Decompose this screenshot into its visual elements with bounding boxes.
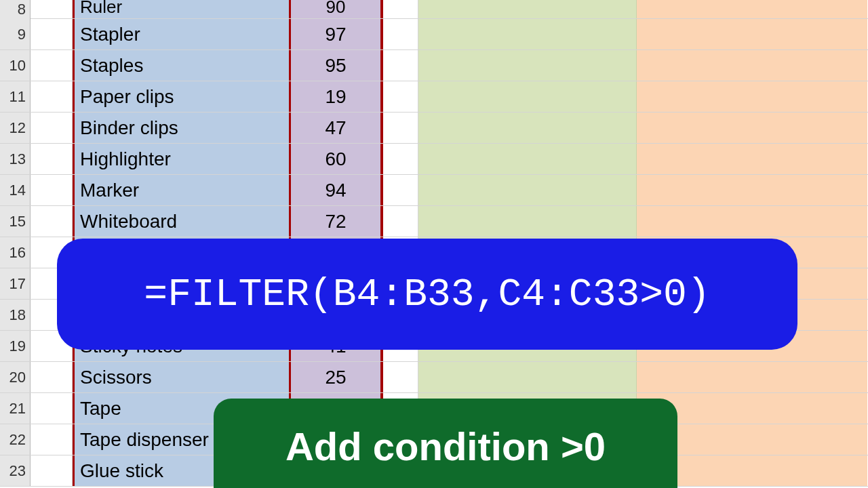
row-header[interactable]: 23 (0, 455, 31, 486)
row-header[interactable]: 17 (0, 268, 31, 299)
row-header[interactable]: 19 (0, 331, 31, 361)
cell-qty[interactable]: 97 (291, 19, 383, 49)
cell-item[interactable]: Ruler (73, 0, 291, 18)
cell-item[interactable]: Paper clips (73, 81, 291, 112)
row-header[interactable]: 16 (0, 237, 31, 268)
cell-item[interactable]: Stapler (73, 19, 291, 49)
cell-col-e[interactable] (418, 206, 637, 237)
cell-col-a[interactable] (31, 50, 73, 81)
row-header[interactable]: 20 (0, 362, 31, 392)
cell-item[interactable]: Binder clips (73, 113, 291, 143)
cell-col-d[interactable] (383, 362, 418, 392)
cell-col-d[interactable] (383, 113, 418, 143)
row-header[interactable]: 9 (0, 19, 31, 49)
cell-col-a[interactable] (31, 455, 73, 486)
cell-col-d[interactable] (383, 206, 418, 237)
table-row[interactable]: 14Marker94 (0, 175, 868, 206)
cell-item[interactable]: Whiteboard (73, 206, 291, 237)
table-row[interactable]: 9Stapler97 (0, 19, 868, 50)
table-row[interactable]: 13Highlighter60 (0, 144, 868, 175)
cell-col-e[interactable] (418, 362, 637, 392)
cell-col-a[interactable] (31, 144, 73, 174)
cell-col-e[interactable] (418, 50, 637, 81)
cell-col-e[interactable] (418, 19, 637, 49)
cell-col-d[interactable] (383, 0, 418, 18)
cell-col-e[interactable] (418, 0, 637, 18)
cell-qty[interactable]: 95 (291, 50, 383, 81)
cell-qty[interactable]: 90 (291, 0, 383, 18)
cell-qty[interactable]: 72 (291, 206, 383, 237)
cell-col-e[interactable] (418, 113, 637, 143)
cell-item[interactable]: Staples (73, 50, 291, 81)
cell-col-a[interactable] (31, 0, 73, 18)
formula-overlay: =FILTER(B4:B33,C4:C33>0) (57, 239, 797, 350)
cell-col-a[interactable] (31, 175, 73, 205)
cell-qty[interactable]: 25 (291, 362, 383, 392)
cell-col-f[interactable] (637, 0, 867, 18)
cell-col-f[interactable] (637, 144, 867, 174)
row-header[interactable]: 8 (0, 0, 31, 19)
cell-col-d[interactable] (383, 19, 418, 49)
table-row[interactable]: 10Staples95 (0, 50, 868, 81)
table-row[interactable]: 12Binder clips47 (0, 113, 868, 144)
cell-col-d[interactable] (383, 144, 418, 174)
cell-col-e[interactable] (418, 175, 637, 205)
formula-text: =FILTER(B4:B33,C4:C33>0) (144, 272, 710, 317)
cell-qty[interactable]: 19 (291, 81, 383, 112)
cell-col-f[interactable] (637, 175, 867, 205)
cell-col-a[interactable] (31, 393, 73, 424)
tip-text: Add condition >0 (285, 424, 606, 469)
cell-col-a[interactable] (31, 81, 73, 112)
cell-item[interactable]: Marker (73, 175, 291, 205)
cell-col-a[interactable] (31, 19, 73, 49)
row-header[interactable]: 21 (0, 393, 31, 424)
cell-col-d[interactable] (383, 50, 418, 81)
cell-item[interactable]: Scissors (73, 362, 291, 392)
cell-qty[interactable]: 47 (291, 113, 383, 143)
cell-col-d[interactable] (383, 175, 418, 205)
cell-qty[interactable]: 94 (291, 175, 383, 205)
row-header[interactable]: 12 (0, 113, 31, 143)
cell-qty[interactable]: 60 (291, 144, 383, 174)
cell-col-a[interactable] (31, 206, 73, 237)
cell-col-f[interactable] (637, 50, 867, 81)
row-header[interactable]: 18 (0, 300, 31, 330)
tip-overlay: Add condition >0 (214, 399, 677, 488)
cell-col-d[interactable] (383, 81, 418, 112)
table-row[interactable]: 20Scissors25 (0, 362, 868, 393)
row-header[interactable]: 14 (0, 175, 31, 205)
cell-col-a[interactable] (31, 424, 73, 455)
cell-col-e[interactable] (418, 144, 637, 174)
row-header[interactable]: 13 (0, 144, 31, 174)
cell-col-f[interactable] (637, 206, 867, 237)
cell-col-a[interactable] (31, 113, 73, 143)
cell-col-f[interactable] (637, 113, 867, 143)
cell-item[interactable]: Highlighter (73, 144, 291, 174)
table-row[interactable]: 8Ruler90 (0, 0, 868, 19)
row-header[interactable]: 10 (0, 50, 31, 81)
cell-col-a[interactable] (31, 362, 73, 392)
cell-col-f[interactable] (637, 19, 867, 49)
table-row[interactable]: 11Paper clips19 (0, 81, 868, 113)
row-header[interactable]: 22 (0, 424, 31, 455)
table-row[interactable]: 15Whiteboard72 (0, 206, 868, 237)
cell-col-f[interactable] (637, 81, 867, 112)
row-header[interactable]: 11 (0, 81, 31, 112)
cell-col-e[interactable] (418, 81, 637, 112)
row-header[interactable]: 15 (0, 206, 31, 237)
cell-col-f[interactable] (637, 362, 867, 392)
